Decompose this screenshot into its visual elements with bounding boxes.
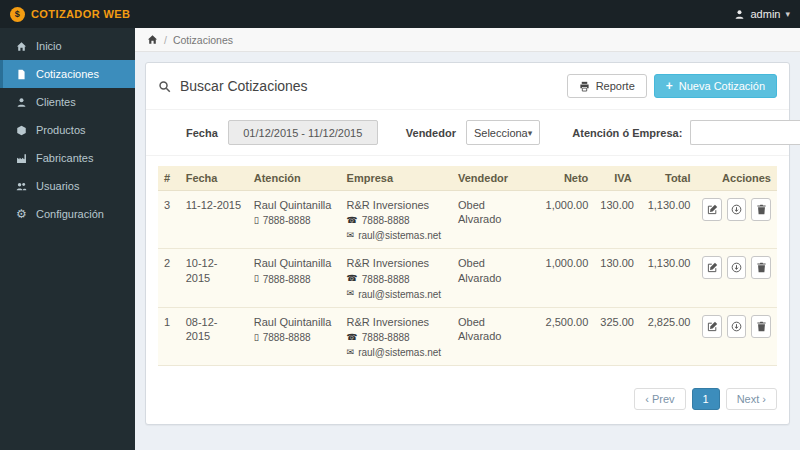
col-vendedor: Vendedor [452, 166, 536, 191]
cell-iva: 325.00 [594, 307, 637, 365]
home-icon [15, 41, 28, 52]
brand-text: COTIZADOR WEB [31, 8, 130, 20]
col-empresa: Empresa [341, 166, 452, 191]
atencion-name: Raul Quintanilla [254, 256, 335, 270]
cell-neto: 2,500.00 [536, 307, 595, 365]
col-acciones: Acciones [696, 166, 777, 191]
panel-title-text: Buscar Cotizaciones [180, 78, 308, 94]
factory-icon [15, 153, 28, 164]
cell-total: 1,130.00 [638, 191, 697, 249]
table-row: 3 11-12-2015 Raul Quintanilla ▯7888-8888… [158, 191, 777, 249]
panel-header-buttons: Reporte + Nueva Cotización [567, 74, 777, 98]
empresa-name: R&R Inversiones [347, 256, 446, 270]
vendedor-select[interactable]: Selecciona ▾ [466, 120, 540, 145]
person-icon [15, 97, 28, 108]
cell-fecha: 10-12-2015 [180, 249, 248, 307]
sidebar-item-label: Clientes [36, 96, 76, 108]
table-header-row: # Fecha Atención Empresa Vendedor Neto I… [158, 166, 777, 191]
report-button-label: Reporte [596, 80, 635, 92]
sidebar-item-label: Configuración [36, 208, 104, 220]
brand-logo[interactable]: $ COTIZADOR WEB [10, 7, 130, 22]
cell-total: 1,130.00 [638, 249, 697, 307]
cell-empresa: R&R Inversiones ☎7888-8888 ✉raul@sistema… [341, 191, 452, 249]
cell-acciones [696, 249, 777, 307]
pagination: ‹ Prev 1 Next › [146, 366, 789, 424]
trash-icon [756, 321, 767, 332]
cell-iva: 130.00 [594, 249, 637, 307]
col-atencion: Atención [248, 166, 341, 191]
sidebar-item-usuarios[interactable]: Usuarios [0, 172, 135, 200]
cell-vendedor: Obed Alvarado [452, 191, 536, 249]
pagination-prev-button[interactable]: ‹ Prev [634, 388, 685, 410]
pagination-next-button[interactable]: Next › [726, 388, 777, 410]
sidebar: Inicio Cotizaciones Clientes [0, 28, 135, 450]
mail-icon: ✉ [347, 230, 355, 242]
cell-vendedor: Obed Alvarado [452, 249, 536, 307]
gear-icon: ⚙ [15, 208, 28, 220]
download-button[interactable] [727, 198, 747, 221]
app-window: $ COTIZADOR WEB admin ▾ Inicio [0, 0, 800, 450]
sidebar-item-fabricantes[interactable]: Fabricantes [0, 144, 135, 172]
edit-button[interactable] [702, 256, 722, 279]
edit-button[interactable] [702, 315, 722, 338]
cell-atencion: Raul Quintanilla ▯7888-8888 [248, 307, 341, 365]
sidebar-item-configuracion[interactable]: ⚙ Configuración [0, 200, 135, 228]
user-name: admin [751, 8, 781, 20]
col-iva: IVA [594, 166, 637, 191]
col-neto: Neto [536, 166, 595, 191]
sidebar-menu: Inicio Cotizaciones Clientes [0, 32, 135, 228]
download-icon [731, 204, 742, 215]
cell-fecha: 08-12-2015 [180, 307, 248, 365]
document-icon [15, 69, 28, 80]
breadcrumb-home-icon[interactable] [147, 34, 158, 45]
sidebar-item-productos[interactable]: Productos [0, 116, 135, 144]
cell-acciones [696, 307, 777, 365]
phone-icon: ☎ [347, 332, 358, 344]
mobile-icon: ▯ [254, 273, 259, 285]
mobile-icon: ▯ [254, 332, 259, 344]
quotes-table: # Fecha Atención Empresa Vendedor Neto I… [158, 166, 777, 366]
atencion-search-input[interactable] [690, 120, 800, 145]
col-total: Total [638, 166, 697, 191]
empresa-name: R&R Inversiones [347, 315, 446, 329]
pagination-page-1-button[interactable]: 1 [692, 388, 720, 410]
download-button[interactable] [727, 315, 747, 338]
fecha-range-input[interactable] [228, 120, 378, 145]
box-icon [15, 125, 28, 136]
empresa-email: raul@sistemas.net [358, 346, 441, 359]
delete-button[interactable] [751, 198, 771, 221]
download-icon [731, 321, 742, 332]
mobile-icon: ▯ [254, 215, 259, 227]
vendedor-select-value: Selecciona [474, 127, 528, 139]
chevron-down-icon: ▾ [785, 9, 790, 19]
main-content: / Cotizaciones Buscar Cotizaciones Repor… [135, 28, 800, 450]
cell-fecha: 11-12-2015 [180, 191, 248, 249]
sidebar-item-label: Usuarios [36, 180, 79, 192]
filter-bar: Fecha Vendedor Selecciona ▾ Atención ó E… [146, 109, 789, 156]
edit-button[interactable] [702, 198, 722, 221]
table-row: 1 08-12-2015 Raul Quintanilla ▯7888-8888… [158, 307, 777, 365]
col-num: # [158, 166, 180, 191]
breadcrumb-separator: / [164, 34, 167, 46]
new-quote-button[interactable]: + Nueva Cotización [654, 74, 777, 98]
cell-neto: 1,000.00 [536, 191, 595, 249]
sidebar-item-cotizaciones[interactable]: Cotizaciones [0, 60, 135, 88]
delete-button[interactable] [751, 256, 771, 279]
user-menu[interactable]: admin ▾ [733, 8, 791, 20]
cell-empresa: R&R Inversiones ☎7888-8888 ✉raul@sistema… [341, 307, 452, 365]
sidebar-item-clientes[interactable]: Clientes [0, 88, 135, 116]
sidebar-item-inicio[interactable]: Inicio [0, 32, 135, 60]
mail-icon: ✉ [347, 347, 355, 359]
breadcrumb: / Cotizaciones [135, 28, 800, 52]
new-quote-button-label: Nueva Cotización [679, 80, 765, 92]
cell-num: 3 [158, 191, 180, 249]
cell-total: 2,825.00 [638, 307, 697, 365]
empresa-phone: 7888-8888 [362, 273, 410, 286]
delete-button[interactable] [751, 315, 771, 338]
download-button[interactable] [727, 256, 747, 279]
report-button[interactable]: Reporte [567, 74, 647, 98]
sidebar-item-label: Fabricantes [36, 152, 93, 164]
empresa-email: raul@sistemas.net [358, 288, 441, 301]
empresa-phone: 7888-8888 [362, 331, 410, 344]
cell-acciones [696, 191, 777, 249]
